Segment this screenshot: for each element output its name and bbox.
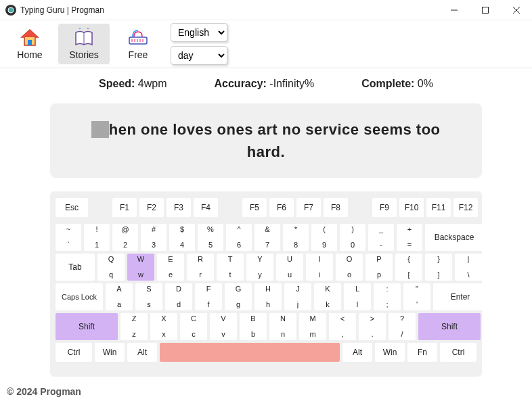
- key-6[interactable]: ^6: [226, 224, 252, 251]
- key-j[interactable]: Jj: [284, 283, 311, 310]
- key-backspace[interactable]: Backspace: [425, 224, 483, 251]
- key-f2[interactable]: F2: [139, 198, 164, 217]
- typing-text: When one loves ones art no service seems…: [73, 118, 459, 163]
- key-f10[interactable]: F10: [399, 198, 424, 217]
- key-q[interactable]: Qq: [97, 254, 125, 281]
- stat-complete: Complete: 0%: [361, 78, 433, 90]
- key-f7[interactable]: F7: [296, 198, 321, 217]
- stat-accuracy: Accuracy: -Infinity%: [215, 78, 315, 90]
- key-2[interactable]: @2: [112, 224, 138, 251]
- key-f3[interactable]: F3: [167, 198, 191, 217]
- key-g[interactable]: Gg: [225, 283, 252, 310]
- stats-row: Speed: 4wpm Accuracy: -Infinity% Complet…: [0, 68, 532, 99]
- key-w[interactable]: Ww: [127, 254, 154, 281]
- key-f4[interactable]: F4: [194, 198, 218, 217]
- key-u[interactable]: Uu: [276, 254, 303, 281]
- key-,[interactable]: <,: [329, 313, 356, 340]
- language-select[interactable]: English: [171, 23, 227, 42]
- key-i[interactable]: Ii: [306, 254, 333, 281]
- key-win-right[interactable]: Win: [375, 343, 405, 362]
- svg-rect-6: [28, 40, 32, 45]
- key-alt-right[interactable]: Alt: [342, 343, 372, 362]
- key-;[interactable]: :;: [374, 283, 401, 310]
- key-9[interactable]: (9: [311, 224, 337, 251]
- minimize-button[interactable]: [439, 0, 470, 20]
- keyboard-icon: [127, 28, 149, 48]
- key-capslock[interactable]: Caps Lock: [56, 283, 103, 310]
- key-3[interactable]: #3: [141, 224, 167, 251]
- close-button[interactable]: [501, 0, 532, 20]
- key-shift-left[interactable]: Shift: [56, 313, 118, 340]
- cursor-char: W: [91, 121, 108, 138]
- key-b[interactable]: Bb: [240, 313, 267, 340]
- svg-rect-2: [483, 7, 489, 13]
- key-s[interactable]: Ss: [135, 283, 162, 310]
- key-ctrl-left[interactable]: Ctrl: [56, 343, 92, 362]
- key-h[interactable]: Hh: [254, 283, 282, 310]
- key-o[interactable]: Oo: [336, 254, 363, 281]
- typing-area[interactable]: When one loves ones art no service seems…: [50, 103, 482, 178]
- window-titlebar: Typing Guru | Progman: [0, 0, 532, 20]
- key-t[interactable]: Tt: [217, 254, 244, 281]
- key-c[interactable]: Cc: [180, 313, 207, 340]
- remaining-text: hen one loves ones art no service seems …: [109, 121, 441, 160]
- virtual-keyboard: Esc F1 F2 F3 F4 F5 F6 F7 F8 F9 F10 F11 F…: [50, 191, 482, 377]
- key-f11[interactable]: F11: [426, 198, 451, 217]
- key-shift-right[interactable]: Shift: [418, 313, 481, 340]
- theme-select[interactable]: day: [171, 46, 227, 65]
- key-8[interactable]: *8: [283, 224, 309, 251]
- key-space[interactable]: [160, 343, 340, 362]
- key-f9[interactable]: F9: [372, 198, 397, 217]
- key-z[interactable]: Zz: [120, 313, 148, 340]
- key-f6[interactable]: F6: [269, 198, 294, 217]
- key-4[interactable]: $4: [169, 224, 195, 251]
- key-0[interactable]: )0: [340, 224, 365, 251]
- book-icon: [73, 28, 95, 48]
- key-.[interactable]: >.: [359, 313, 386, 340]
- key-d[interactable]: Dd: [165, 283, 192, 310]
- nav-home[interactable]: Home: [4, 24, 56, 64]
- key--[interactable]: _-: [368, 224, 394, 251]
- key-win-left[interactable]: Win: [95, 343, 125, 362]
- key-k[interactable]: Kk: [314, 283, 341, 310]
- window-title: Typing Guru | Progman: [20, 5, 439, 15]
- key-y[interactable]: Yy: [246, 254, 273, 281]
- key-v[interactable]: Vv: [210, 313, 237, 340]
- key-7[interactable]: &7: [254, 224, 280, 251]
- key-f[interactable]: Ff: [195, 283, 222, 310]
- key-'[interactable]: "': [403, 283, 430, 310]
- key-\[interactable]: |\: [455, 254, 482, 281]
- stat-speed: Speed: 4wpm: [99, 78, 167, 90]
- key-p[interactable]: Pp: [365, 254, 393, 281]
- key-][interactable]: }]: [425, 254, 452, 281]
- key-n[interactable]: Nn: [269, 313, 296, 340]
- key-f5[interactable]: F5: [242, 198, 267, 217]
- key-5[interactable]: %5: [198, 224, 223, 251]
- app-icon: [5, 5, 16, 16]
- nav-stories[interactable]: Stories: [58, 24, 110, 64]
- key-alt-left[interactable]: Alt: [127, 343, 157, 362]
- key-tab[interactable]: Tab: [56, 254, 95, 281]
- nav-home-label: Home: [17, 49, 42, 60]
- key-[[interactable]: {[: [395, 254, 422, 281]
- footer: © 2024 Progman: [0, 382, 532, 401]
- key-1[interactable]: !1: [84, 224, 110, 251]
- key-/[interactable]: ?/: [389, 313, 416, 340]
- nav-free[interactable]: Free: [112, 24, 164, 64]
- key-f8[interactable]: F8: [324, 198, 348, 217]
- key-l[interactable]: Ll: [344, 283, 371, 310]
- maximize-button[interactable]: [470, 0, 501, 20]
- key-fn[interactable]: Fn: [407, 343, 437, 362]
- key-f12[interactable]: F12: [453, 198, 478, 217]
- key-a[interactable]: Aa: [106, 283, 133, 310]
- key-e[interactable]: Ee: [157, 254, 184, 281]
- key-=[interactable]: +=: [397, 224, 422, 251]
- key-f1[interactable]: F1: [112, 198, 137, 217]
- key-m[interactable]: Mm: [299, 313, 326, 340]
- key-r[interactable]: Rr: [187, 254, 214, 281]
- key-`[interactable]: ~`: [56, 224, 81, 251]
- key-esc[interactable]: Esc: [56, 198, 88, 217]
- key-enter[interactable]: Enter: [433, 283, 487, 310]
- key-ctrl-right[interactable]: Ctrl: [440, 343, 476, 362]
- key-x[interactable]: Xx: [150, 313, 177, 340]
